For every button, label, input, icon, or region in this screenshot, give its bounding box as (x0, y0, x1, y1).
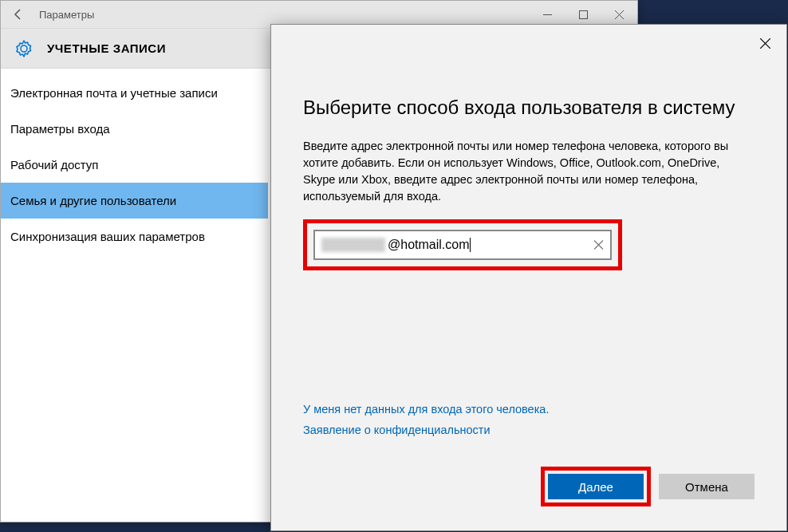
text-caret (470, 238, 471, 252)
dialog-content: Выберите способ входа пользователя в сис… (271, 25, 786, 530)
email-visible-part: @hotmail.com (388, 238, 470, 252)
link-no-credentials[interactable]: У меня нет данных для входа этого челове… (303, 403, 755, 416)
section-title: УЧЕТНЫЕ ЗАПИСИ (47, 41, 166, 55)
cancel-button[interactable]: Отмена (659, 474, 755, 499)
back-button[interactable] (7, 3, 30, 26)
email-input[interactable]: @hotmail.com (313, 230, 612, 260)
next-button-highlight: Далее (541, 467, 651, 506)
dialog-buttons: Далее Отмена (303, 467, 755, 506)
dialog-spacer (303, 270, 755, 403)
dialog-close-button[interactable] (753, 31, 777, 55)
nav-item-sync-settings[interactable]: Синхронизация ваших параметров (1, 219, 268, 254)
dialog-links: У меня нет данных для входа этого челове… (303, 403, 755, 444)
dialog-description: Введите адрес электронной почты или номе… (303, 138, 755, 205)
gear-icon (13, 37, 35, 60)
link-privacy-statement[interactable]: Заявление о конфиденциальности (303, 424, 755, 436)
window-title: Параметры (30, 9, 530, 21)
dialog-title: Выберите способ входа пользователя в сис… (303, 97, 755, 119)
nav-item-work-access[interactable]: Рабочий доступ (1, 147, 268, 183)
nav-item-email-accounts[interactable]: Электронная почта и учетные записи (1, 75, 268, 111)
svg-rect-0 (580, 10, 588, 18)
next-button[interactable]: Далее (548, 474, 644, 499)
email-input-highlight: @hotmail.com (303, 219, 622, 270)
settings-nav: Электронная почта и учетные записи Парам… (1, 69, 268, 522)
email-redacted-part (321, 238, 385, 252)
nav-item-signin-options[interactable]: Параметры входа (1, 111, 268, 147)
clear-input-icon[interactable] (593, 240, 604, 250)
add-user-dialog: Выберите способ входа пользователя в сис… (270, 24, 787, 531)
nav-item-family-users[interactable]: Семья и другие пользователи (1, 183, 268, 219)
